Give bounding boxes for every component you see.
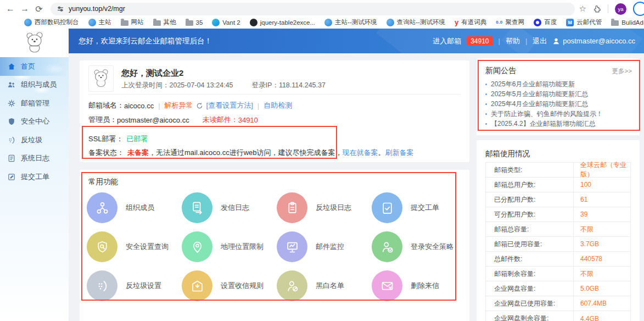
ticket-icon	[7, 173, 16, 181]
news-item[interactable]: 2025年6月企业邮箱功能更新	[485, 79, 634, 89]
yunmail-icon: M	[566, 19, 574, 26]
geo-pin-icon	[182, 231, 212, 262]
folder-icon	[611, 20, 619, 26]
logout-link[interactable]: 退出	[533, 36, 547, 46]
divider: |	[257, 102, 259, 110]
sidebar-nav: 首页 组织与成员 邮箱管理 安全中心	[0, 57, 69, 321]
bear-logo-icon	[23, 31, 46, 55]
spray-icon	[7, 136, 16, 145]
bookmark-juchawang[interactable]: 0.0聚查网	[496, 18, 524, 26]
bookmark-folder-35[interactable]: 35	[186, 19, 203, 26]
folder-icon	[186, 20, 193, 26]
beian-label: 备案状态：	[88, 148, 124, 158]
news-title: 新闻公告	[485, 66, 516, 76]
jucha-icon: 0.0	[496, 19, 503, 26]
function-receive-rules[interactable]: 设置收信规则	[182, 270, 277, 301]
bookmark-zhuzhan-test[interactable]: 主站--测试环境	[324, 18, 377, 26]
sidebar-item-system-log[interactable]: 系统日志	[0, 150, 69, 168]
bookmark-star-icon[interactable]: ☆	[579, 4, 586, 14]
browser-chrome: ← → ⟳ yunyou.top/v2/mgr ☆ ya	[0, 0, 644, 29]
extensions-icon[interactable]	[593, 5, 601, 13]
function-login-policy[interactable]: 登录安全策略	[372, 231, 467, 262]
function-send-log[interactable]: 发信日志	[182, 192, 277, 223]
function-mail-monitor[interactable]: 邮件监控	[277, 231, 372, 262]
news-item[interactable]: 【2025.4.2】企业邮箱新增功能汇总	[485, 119, 634, 129]
bookmark-jquery-table2excel[interactable]: jquery-table2exce...	[250, 19, 315, 26]
login-ip-value: 118.114.245.37	[279, 81, 326, 89]
bookmark-chaxunzhan-test[interactable]: 查询站--测试环境	[387, 18, 445, 26]
function-delete-incoming[interactable]: 删除来信	[372, 270, 467, 301]
common-functions-title: 常用功能	[88, 177, 118, 187]
sidebar-item-home[interactable]: 首页	[0, 57, 69, 76]
bookmark-youdao[interactable]: y有道词典	[455, 18, 486, 26]
function-blackwhite-list[interactable]: 黑白名单	[277, 270, 372, 301]
send-log-icon	[182, 192, 212, 223]
address-bar[interactable]: yunyou.top/v2/mgr	[51, 3, 575, 15]
bookmark-vant[interactable]: Vant 2	[212, 19, 240, 26]
function-antispam-settings[interactable]: 反垃圾设置	[87, 270, 182, 301]
login-ip-label: 登录IP：	[252, 81, 279, 89]
sidebar-item-antispam[interactable]: 反垃圾	[0, 131, 69, 150]
back-button[interactable]: ←	[3, 2, 18, 15]
dns-refresh-icon[interactable]	[196, 102, 203, 109]
browser-account-ring[interactable]	[633, 2, 644, 16]
sidebar-item-submit-ticket[interactable]: 提交工单	[0, 168, 69, 186]
header-divider: |	[499, 37, 500, 45]
github-icon	[250, 19, 257, 26]
blackwhite-list-icon	[277, 270, 307, 301]
bookmark-folder-qita[interactable]: 其他	[153, 18, 176, 26]
bookmark-zhuzhan[interactable]: 主站	[88, 18, 111, 26]
sidebar-item-mailbox-mgmt[interactable]: 邮箱管理	[0, 94, 69, 113]
common-functions-card: 常用功能 组织成员 发信日志 反垃圾日志 提交工单	[80, 170, 469, 321]
table-row: 企业网盘已使用容量:607.4MB	[486, 296, 630, 311]
vant-icon	[212, 19, 220, 26]
function-geo-restriction[interactable]: 地理位置限制	[182, 231, 277, 262]
news-more-link[interactable]: 更多>>	[612, 67, 632, 75]
view-setup-link[interactable]: [查看设置方法]	[206, 101, 253, 110]
site-info-icon[interactable]	[57, 5, 64, 12]
function-security-query[interactable]: 安全设置查询	[87, 231, 182, 262]
browser-profile-avatar[interactable]: ya	[615, 3, 626, 15]
table-row: 邮箱总用户数:100	[486, 178, 630, 192]
self-check-link[interactable]: 自助检测	[264, 101, 292, 110]
table-row: 已分配用户数:61	[486, 192, 630, 207]
domain-label: 邮箱域名：	[88, 101, 124, 110]
main-content: 您好，测试企业2 上次登录时间：2025-07-04 13:24:45登录IP：…	[69, 53, 644, 321]
header-divider: |	[525, 37, 527, 45]
account-menu[interactable]: postmaster@aicoco.cc	[552, 37, 635, 45]
bookmark-xibushuma[interactable]: 西部数码控制台	[24, 18, 79, 26]
news-item[interactable]: 关于防止诈骗、钓鱼邮件的风险提示！	[485, 109, 634, 119]
account-email: postmaster@aicoco.cc	[563, 37, 635, 45]
admin-value: postmaster@aicoco.cc	[117, 116, 189, 124]
table-row: 总邮件数:440578	[486, 252, 630, 267]
baidu-icon	[534, 19, 541, 26]
beian-now-link[interactable]: 现在就备案	[343, 148, 378, 158]
function-submit-ticket[interactable]: 提交工单	[372, 192, 467, 223]
sidebar-item-security-center[interactable]: 安全中心	[0, 113, 69, 131]
youdao-icon: y	[455, 19, 458, 26]
submit-ticket-icon	[372, 192, 402, 223]
beian-row: 备案状态： 未备案 ，无法通过mail.aicoco.cc进行web访问，建议尽…	[88, 148, 414, 158]
enter-mailbox-link[interactable]: 进入邮箱	[433, 36, 461, 46]
bookmark-yunyou-daiguan[interactable]: M云邮代管	[566, 18, 602, 26]
function-antispam-log[interactable]: 反垃圾日志	[277, 192, 372, 223]
admin-label: 管理员：	[88, 115, 117, 125]
beian-refresh-link[interactable]: 刷新备案	[385, 148, 414, 158]
news-item[interactable]: 2025年4月企业邮箱功能更新汇总	[485, 99, 634, 109]
news-item[interactable]: 2025年5月企业邮箱功能更新汇总	[485, 89, 634, 99]
users-icon	[7, 80, 16, 89]
sidebar-item-org-members[interactable]: 组织与成员	[0, 76, 69, 95]
toolbar-divider	[608, 4, 608, 13]
function-org-members[interactable]: 组织成员	[87, 192, 182, 223]
forward-button[interactable]: →	[18, 2, 32, 15]
url-text[interactable]: yunyou.top/v2/mgr	[69, 5, 125, 13]
card-divider	[88, 94, 461, 95]
user-icon	[552, 37, 560, 45]
bookmark-folder-bulidadmin[interactable]: BulidAdmin	[611, 19, 644, 26]
app-logo[interactable]	[0, 29, 69, 57]
help-link[interactable]: 帮助	[506, 36, 520, 46]
bookmark-baidu[interactable]: 百度	[534, 18, 557, 26]
bookmark-folder-wangzhan[interactable]: 网站	[121, 18, 144, 26]
reload-button[interactable]: ⟳	[32, 2, 46, 15]
table-row: 邮箱剩余容量:不限	[486, 267, 630, 281]
